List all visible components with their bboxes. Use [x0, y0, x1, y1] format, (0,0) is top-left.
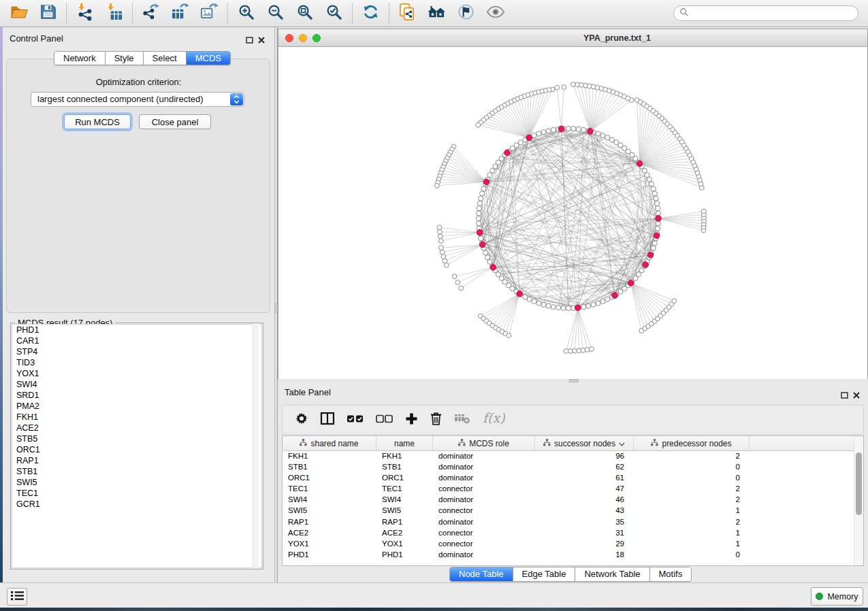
close-window-icon[interactable]: [285, 34, 293, 42]
zoom-selected-button[interactable]: [319, 2, 349, 25]
table-row[interactable]: RAP1RAP1dominator352: [283, 517, 863, 528]
result-list-item[interactable]: STP4: [12, 346, 261, 357]
network-canvas[interactable]: [278, 47, 867, 379]
table-cell: 2: [634, 484, 750, 495]
table-row[interactable]: SWI5SWI5connector431: [283, 506, 863, 516]
close-panel-button[interactable]: [853, 389, 861, 397]
table-cell: TEC1: [376, 484, 433, 495]
network-overview-button[interactable]: [422, 2, 451, 25]
table-cell: 1: [634, 539, 750, 550]
network-window-titlebar[interactable]: YPA_prune.txt_1: [278, 29, 867, 47]
result-list-item[interactable]: GCR1: [12, 499, 261, 510]
column-header-predecessor-nodes[interactable]: predecessor nodes: [634, 436, 750, 450]
network-title: YPA_prune.txt_1: [561, 33, 673, 43]
table-row[interactable]: ACE2ACE2connector311: [283, 528, 863, 539]
column-header-MCDS-role[interactable]: MCDS role: [433, 436, 535, 450]
result-list-item[interactable]: SRD1: [12, 390, 261, 401]
maximize-window-icon[interactable]: [312, 34, 321, 42]
search-input[interactable]: [692, 7, 858, 20]
search-box[interactable]: [673, 5, 858, 21]
result-list-item[interactable]: FKH1: [12, 412, 261, 423]
select-all-button[interactable]: [347, 414, 364, 426]
apply-layout-button[interactable]: [356, 2, 385, 25]
table-row[interactable]: STB1STB1dominator620: [283, 462, 863, 473]
close-panel-action-button[interactable]: Close panel: [139, 114, 211, 129]
result-list-item[interactable]: TID3: [12, 357, 261, 368]
tab-network[interactable]: Network: [54, 52, 106, 65]
tab-motifs[interactable]: Motifs: [650, 567, 692, 581]
task-history-button[interactable]: [7, 588, 27, 606]
table-row[interactable]: TEC1TEC1connector472: [283, 484, 863, 495]
show-graphics-button[interactable]: [481, 2, 510, 25]
table-cell: 96: [535, 451, 634, 462]
column-header-name[interactable]: name: [376, 436, 433, 450]
column-header-shared-name[interactable]: shared name: [283, 436, 376, 450]
result-list-item[interactable]: TEC1: [12, 488, 261, 499]
network-window: YPA_prune.txt_1: [278, 29, 868, 379]
zoom-fit-button[interactable]: [290, 2, 319, 25]
tab-mcds[interactable]: MCDS: [187, 52, 230, 65]
result-list-item[interactable]: ACE2: [12, 423, 261, 433]
run-mcds-button[interactable]: Run MCDS: [64, 114, 131, 129]
result-list-item[interactable]: RAP1: [12, 455, 261, 466]
save-session-button[interactable]: [33, 2, 63, 25]
status-bar: Memory: [0, 582, 868, 608]
result-list-item[interactable]: PHD1: [12, 325, 261, 335]
result-list-item[interactable]: ORC1: [12, 444, 261, 455]
zoom-out-button[interactable]: [261, 2, 290, 25]
tab-edge-table[interactable]: Edge Table: [513, 567, 576, 581]
add-column-button[interactable]: [405, 412, 418, 428]
network-graph[interactable]: [278, 47, 867, 379]
table-row[interactable]: PHD1PHD1dominator180: [283, 550, 863, 561]
result-list-item[interactable]: SWI4: [12, 379, 261, 390]
result-list-item[interactable]: STB5: [12, 433, 261, 444]
result-list-item[interactable]: SWI5: [12, 477, 261, 488]
table-row[interactable]: ORC1ORC1dominator610: [283, 473, 863, 484]
deselect-all-button[interactable]: [376, 414, 393, 426]
table-scrollbar[interactable]: [854, 436, 863, 565]
tab-network-table[interactable]: Network Table: [575, 567, 649, 581]
import-network-button[interactable]: [70, 2, 99, 25]
table-scrollbar-thumb[interactable]: [856, 452, 862, 515]
optimization-criterion-select[interactable]: largest connected component (undirected): [31, 92, 244, 107]
table-cell: connector: [433, 528, 535, 539]
tab-node-table[interactable]: Node Table: [450, 567, 513, 581]
table-cell: 43: [535, 506, 634, 516]
export-table-button[interactable]: [165, 2, 195, 25]
column-layout-button[interactable]: [320, 412, 335, 428]
sort-chevron-icon: [619, 439, 625, 448]
column-header-successor-nodes[interactable]: successor nodes: [535, 436, 634, 450]
result-list-item[interactable]: STB1: [12, 466, 261, 477]
table-row[interactable]: FKH1FKH1dominator962: [283, 451, 863, 462]
zoom-in-icon: [238, 3, 255, 23]
delete-column-button[interactable]: [430, 411, 443, 429]
open-file-button[interactable]: [4, 2, 33, 25]
delete-column-icon: [430, 411, 443, 429]
result-list-scrollbar[interactable]: [253, 324, 259, 568]
result-list-item[interactable]: PMA2: [12, 401, 261, 412]
export-table-icon: [171, 3, 189, 24]
tab-style[interactable]: Style: [106, 52, 144, 65]
style-preview-icon: [457, 3, 475, 23]
export-image-icon: [200, 3, 219, 24]
result-list-item[interactable]: CAR1: [12, 335, 261, 346]
minimize-window-icon[interactable]: [299, 34, 307, 42]
close-panel-button[interactable]: [258, 34, 266, 42]
export-image-button[interactable]: [195, 2, 224, 25]
memory-button[interactable]: Memory: [811, 587, 863, 606]
style-preview-button[interactable]: [451, 2, 481, 25]
result-list-item[interactable]: YOX1: [12, 368, 261, 379]
table-row[interactable]: SWI4SWI4dominator462: [283, 495, 863, 506]
tab-select[interactable]: Select: [144, 52, 187, 65]
table-options-button[interactable]: [295, 412, 308, 428]
network-overview-icon: [427, 4, 447, 22]
export-network-button[interactable]: [136, 2, 165, 25]
import-table-button[interactable]: [99, 2, 129, 25]
float-panel-button[interactable]: [246, 34, 254, 42]
clone-network-button[interactable]: [393, 2, 422, 25]
table-cell: STB1: [376, 462, 433, 473]
mcds-result-list[interactable]: PHD1CAR1STP4TID3YOX1SWI4SRD1PMA2FKH1ACE2…: [12, 324, 262, 568]
table-row[interactable]: YOX1YOX1connector291: [283, 539, 863, 550]
zoom-in-button[interactable]: [231, 2, 261, 25]
float-panel-button[interactable]: [841, 389, 849, 397]
